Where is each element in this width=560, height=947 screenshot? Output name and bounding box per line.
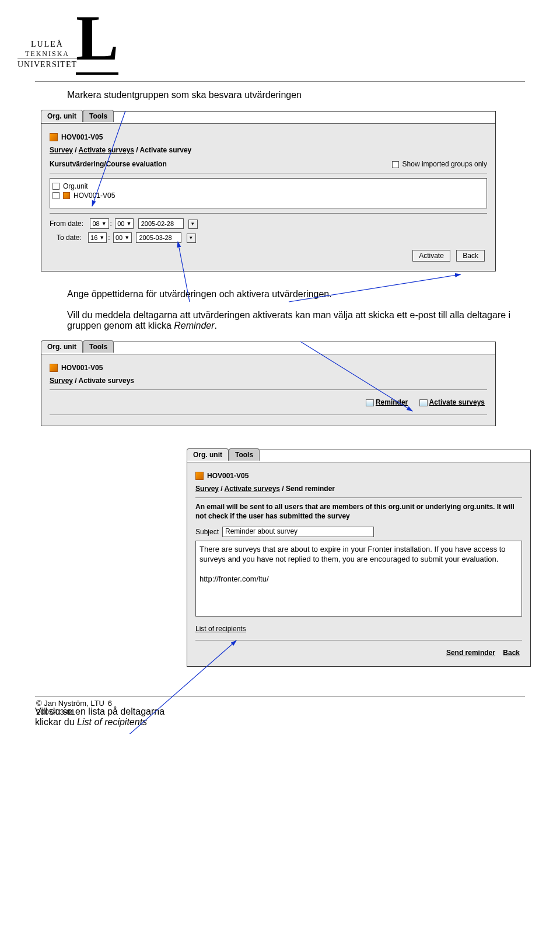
activate-survey-panel: Org. unit Tools HOV001-V05 Survey / Acti… [41, 111, 496, 271]
to-date-input[interactable]: 2005-03-28 [136, 232, 181, 243]
instruction-1: Markera studentgruppen som ska besvara u… [67, 90, 525, 100]
org-unit-icon [50, 133, 58, 141]
activate-icon [419, 399, 428, 406]
instruction-2b: Vill du meddela deltagarna att utvärderi… [67, 310, 525, 331]
show-imported-checkbox[interactable] [392, 161, 399, 168]
calendar-icon[interactable] [188, 220, 198, 229]
org-unit-icon [50, 364, 58, 372]
from-date-input[interactable]: 2005-02-28 [138, 218, 184, 229]
crumb-activate-surveys: Activate surveys [79, 377, 134, 385]
tab-tools[interactable]: Tools [83, 110, 114, 122]
subject-input[interactable]: Reminder about survey [222, 527, 374, 537]
show-imported-label: Show imported groups only [402, 160, 487, 168]
list-of-recipients-link[interactable]: List of recipients [195, 625, 246, 633]
back-button[interactable]: Back [503, 649, 520, 657]
calendar-icon[interactable] [187, 234, 196, 243]
send-reminder-button[interactable]: Send reminder [446, 649, 495, 657]
from-min-select[interactable]: 00▼ [115, 218, 134, 229]
logo-text: LULEÅ TEKNISKA UNIVERSITET [18, 40, 77, 70]
breadcrumb: Survey / Activate surveys [50, 377, 487, 385]
tab-tools[interactable]: Tools [229, 448, 260, 461]
reminder-icon [366, 399, 374, 406]
crumb-survey[interactable]: Survey [50, 377, 73, 385]
org-unit-root-label: Org.unit [63, 182, 88, 190]
reminder-description: An email will be sent to all users that … [195, 503, 522, 521]
tab-tools[interactable]: Tools [83, 340, 114, 353]
send-reminder-panel: Org. unit Tools HOV001-V05 Survey / Acti… [187, 450, 531, 667]
tab-org-unit[interactable]: Org. unit [41, 340, 83, 353]
back-button[interactable]: Back [456, 250, 485, 262]
crumb-activate-surveys[interactable]: Activate surveys [225, 485, 280, 493]
to-hour-select[interactable]: 16▼ [88, 232, 107, 243]
from-date-label: From date: [50, 220, 83, 228]
crumb-activate-surveys[interactable]: Activate surveys [79, 146, 134, 154]
org-unit-item-checkbox[interactable] [52, 192, 60, 199]
activate-surveys-list-panel: Org. unit Tools HOV001-V05 Survey / Acti… [41, 342, 496, 426]
side-caption: Vill du se en lista på deltagarna klicka… [35, 706, 169, 727]
to-date-label: To date: [57, 234, 82, 242]
footer-page-number: 6 [108, 699, 112, 708]
crumb-survey[interactable]: Survey [50, 146, 73, 154]
org-unit-icon [195, 472, 204, 480]
course-code: HOV001-V05 [61, 133, 103, 141]
crumb-activate-survey: Activate survey [140, 146, 192, 154]
breadcrumb: Survey / Activate surveys / Activate sur… [50, 146, 487, 154]
activate-button[interactable]: Activate [412, 250, 450, 262]
org-unit-item-label: HOV001-V05 [74, 192, 115, 200]
from-hour-select[interactable]: 08▼ [90, 218, 108, 229]
crumb-survey[interactable]: Survey [195, 485, 219, 493]
org-unit-list[interactable]: Org.unit HOV001-V05 [50, 178, 487, 208]
message-textarea[interactable]: There are surveys that are about to expi… [195, 541, 522, 617]
breadcrumb: Survey / Activate surveys / Send reminde… [195, 485, 522, 493]
to-min-select[interactable]: 00▼ [113, 232, 132, 243]
subject-label: Subject [195, 528, 219, 536]
course-code: HOV001-V05 [61, 364, 103, 372]
org-unit-icon [63, 192, 70, 199]
course-code: HOV001-V05 [207, 472, 249, 480]
crumb-send-reminder: Send reminder [286, 485, 335, 493]
activate-surveys-link[interactable]: Activate surveys [419, 398, 485, 406]
header-logo: L LULEÅ TEKNISKA UNIVERSITET [35, 12, 525, 82]
logo-mark: L [76, 6, 118, 75]
tab-org-unit[interactable]: Org. unit [187, 448, 229, 461]
instruction-2a: Ange öppettiderna för utvärderingen och … [67, 289, 525, 300]
evaluation-title: Kursutvärdering/Course evaluation [50, 160, 167, 168]
tab-org-unit[interactable]: Org. unit [41, 110, 83, 122]
reminder-link[interactable]: Reminder [366, 398, 408, 406]
org-unit-root-checkbox[interactable] [52, 183, 60, 190]
